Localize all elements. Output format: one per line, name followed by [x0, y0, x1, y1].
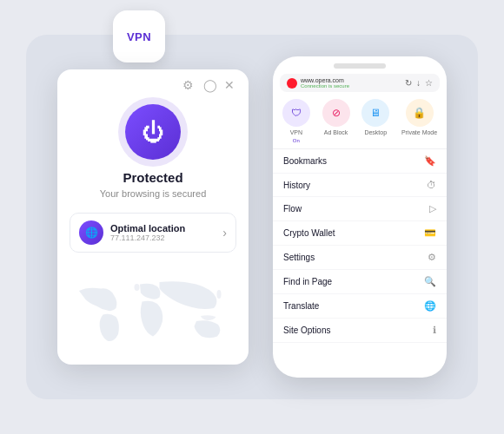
download-icon[interactable]: ↓: [416, 78, 421, 88]
close-icon[interactable]: ✕: [224, 78, 238, 92]
menu-item-label: Bookmarks: [283, 156, 327, 166]
menu-item-icon: ⏱: [427, 180, 436, 190]
svg-point-2: [217, 290, 222, 299]
feature-vpn[interactable]: 🛡 VPN On: [282, 99, 310, 143]
power-button[interactable]: ⏻: [125, 104, 181, 160]
location-chevron-icon: ›: [222, 226, 227, 240]
power-icon: ⏻: [142, 121, 164, 143]
settings-icon[interactable]: ⚙: [182, 78, 196, 92]
menu-item[interactable]: Site Options ℹ: [273, 319, 447, 343]
menu-item[interactable]: Translate 🌐: [273, 294, 447, 319]
secured-subtitle: Your browsing is secured: [100, 188, 207, 199]
private-circle: 🔒: [406, 99, 434, 127]
browser-url-section: www.opera.com Connection is secure: [287, 77, 405, 89]
desktop-circle: 🖥: [361, 99, 389, 127]
vpn-feature-icon: 🛡: [291, 107, 302, 119]
menu-item[interactable]: History ⏱: [273, 174, 447, 197]
menu-item-icon: ℹ: [433, 325, 436, 336]
location-details: Optimal location 77.111.247.232: [110, 223, 216, 242]
menu-item-label: Flow: [283, 204, 302, 214]
location-icon-wrap: 🌐: [79, 220, 103, 245]
menu-item[interactable]: Find in Page 🔍: [273, 270, 447, 294]
secure-text: Connection is secure: [301, 83, 349, 89]
phone-mockup: www.opera.com Connection is secure ↻ ↓ ☆…: [273, 56, 447, 378]
menu-item-label: Find in Page: [283, 277, 332, 286]
vpn-power-section: ⏻ Protected Your browsing is secured: [57, 97, 249, 213]
world-map: [57, 265, 249, 364]
vpn-panel: ⚙ ◯ ✕ ⏻ Protected Your browsing is secur…: [57, 69, 249, 365]
adblock-icon: ⊘: [332, 107, 341, 119]
refresh-icon[interactable]: ↻: [405, 78, 412, 88]
adblock-label: Ad Block: [324, 129, 348, 135]
menu-list: Bookmarks 🔖 History ⏱ Flow ▷ Crypto Wall…: [273, 149, 447, 343]
url-info: www.opera.com Connection is secure: [301, 77, 349, 89]
adblock-circle: ⊘: [322, 99, 350, 127]
menu-item[interactable]: Flow ▷: [273, 197, 447, 221]
feature-private[interactable]: 🔒 Private Mode: [401, 99, 437, 143]
private-label: Private Mode: [401, 129, 437, 135]
opera-logo: [287, 78, 297, 89]
menu-item-icon: 💳: [424, 227, 436, 239]
menu-item[interactable]: Crypto Wallet 💳: [273, 221, 447, 246]
phone-notch: [334, 63, 386, 69]
vpn-app-label: VPN: [127, 30, 151, 43]
vpn-location[interactable]: 🌐 Optimal location 77.111.247.232 ›: [70, 213, 236, 253]
feature-adblock[interactable]: ⊘ Ad Block: [322, 99, 350, 143]
location-ip: 77.111.247.232: [110, 233, 216, 242]
menu-item-label: Settings: [283, 253, 315, 262]
menu-item-label: Site Options: [283, 326, 330, 335]
browser-actions: ↻ ↓ ☆: [405, 78, 433, 88]
menu-item[interactable]: Bookmarks 🔖: [273, 149, 447, 174]
protected-status: Protected: [123, 170, 182, 185]
feature-desktop[interactable]: 🖥 Desktop: [361, 99, 389, 143]
menu-item-icon: 🔍: [424, 276, 436, 287]
desktop-label: Desktop: [364, 129, 387, 135]
vpn-panel-header: ⚙ ◯ ✕: [57, 69, 249, 97]
info-icon[interactable]: ◯: [203, 78, 217, 92]
menu-item-label: History: [283, 181, 310, 190]
location-name: Optimal location: [110, 223, 216, 233]
location-globe-icon: 🌐: [85, 227, 98, 239]
menu-item-label: Translate: [283, 301, 319, 311]
url-text: www.opera.com: [301, 77, 349, 83]
menu-item-icon: 🔖: [424, 155, 436, 167]
main-container: VPN ⚙ ◯ ✕ ⏻ Protected Your browsing is s…: [26, 35, 478, 399]
private-icon: 🔒: [413, 107, 426, 119]
menu-item-label: Crypto Wallet: [283, 228, 335, 238]
vpn-app-icon: VPN: [113, 10, 165, 62]
menu-item[interactable]: Settings ⚙: [273, 246, 447, 270]
vpn-circle: 🛡: [282, 99, 310, 127]
svg-point-1: [135, 284, 140, 291]
vpn-on-label: On: [293, 138, 300, 143]
phone-browser-bar: www.opera.com Connection is secure ↻ ↓ ☆: [280, 74, 440, 92]
star-icon[interactable]: ☆: [425, 78, 433, 88]
menu-item-icon: 🌐: [424, 300, 436, 312]
desktop-icon: 🖥: [370, 107, 381, 119]
menu-item-icon: ⚙: [428, 252, 436, 263]
menu-item-icon: ▷: [429, 203, 436, 214]
vpn-feature-label: VPN: [290, 129, 302, 135]
feature-row: 🛡 VPN On ⊘ Ad Block 🖥 Desktop 🔒: [273, 92, 447, 149]
